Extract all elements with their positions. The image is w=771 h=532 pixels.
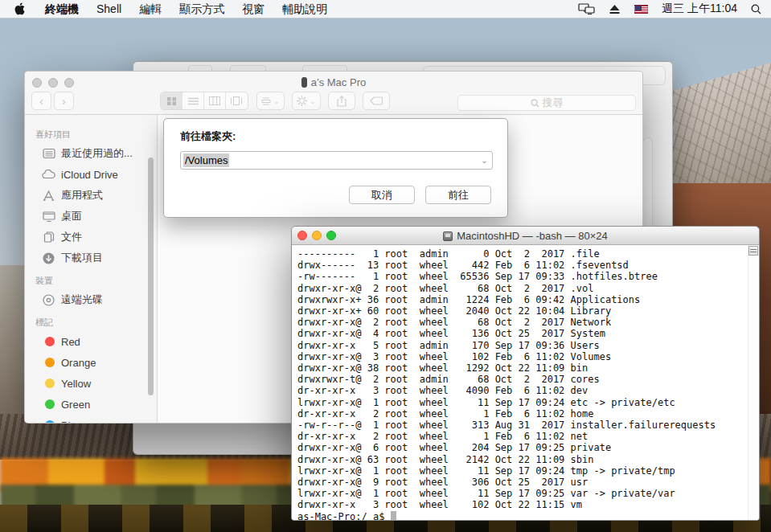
action-gear-button[interactable]: ⌄ (292, 92, 321, 110)
menu-bar: 終端機 Shell 編輯 顯示方式 視窗 輔助說明 週三 上午11:04 (0, 0, 771, 18)
sidebar-header-tags: 標記 (35, 317, 157, 329)
spotlight-search-icon[interactable] (751, 4, 761, 14)
sidebar-item-label: Yellow (61, 378, 91, 390)
cloud-icon (42, 170, 55, 179)
finder-titlebar: a’s Mac Pro ‹ › (25, 72, 642, 115)
menu-bar-clock[interactable]: 週三 上午11:04 (662, 2, 737, 16)
finder-title-text: a’s Mac Pro (311, 76, 366, 88)
path-combobox[interactable]: /Volumes ⌄ (180, 151, 493, 170)
recents-icon (42, 148, 55, 159)
sidebar-item-desktop[interactable]: 桌面 (25, 206, 157, 227)
terminal-document-icon (443, 231, 453, 241)
sidebar-tag-green[interactable]: Green (25, 394, 157, 415)
dialog-label: 前往檔案夾: (180, 129, 236, 144)
applications-icon (42, 190, 55, 201)
finder-toolbar: ‹ › (25, 92, 642, 113)
column-view-button[interactable] (204, 92, 226, 109)
sidebar-item-label: Red (61, 336, 80, 348)
finder-title: a’s Mac Pro (25, 76, 642, 89)
sidebar-item-label: Blue (61, 419, 82, 424)
apple-icon (14, 2, 25, 15)
terminal-window[interactable]: MacintoshHD — -bash — 80×24 ---------- 1… (291, 226, 760, 521)
sidebar-item-recents[interactable]: 最近使用過的... (25, 143, 157, 164)
sidebar-header-devices: 裝置 (35, 275, 157, 287)
sidebar-item-label: 下載項目 (61, 251, 103, 265)
sidebar-item-label: 文件 (61, 230, 82, 244)
terminal-prompt-line: as-Mac-Pro:/ a$ (292, 511, 748, 520)
eject-icon[interactable] (609, 4, 621, 14)
tag-dot-red (45, 337, 55, 346)
go-button[interactable]: 前往 (425, 186, 491, 204)
terminal-prompt: as-Mac-Pro:/ a$ (297, 511, 391, 520)
sidebar-item-label: Orange (61, 357, 96, 369)
terminal-title-text: MacintoshHD — -bash — 80×24 (457, 230, 608, 242)
finder-search-placeholder: 搜尋 (543, 96, 564, 110)
sidebar-item-label: 應用程式 (61, 188, 103, 203)
path-input-value[interactable]: /Volumes (183, 153, 229, 167)
downloads-icon (42, 252, 55, 264)
tag-dot-green (45, 399, 55, 409)
menu-shell[interactable]: Shell (88, 0, 130, 18)
menu-terminal[interactable]: 終端機 (36, 0, 88, 18)
wallpaper-left-ridge (0, 265, 27, 418)
group-button[interactable]: ⌄ (256, 92, 285, 110)
back-button[interactable]: ‹ (31, 92, 51, 110)
mac-pro-icon (301, 77, 307, 88)
chevron-down-icon: ⌄ (273, 97, 280, 105)
view-segmented-control (160, 92, 248, 110)
share-button[interactable] (328, 92, 355, 110)
icon-view-button[interactable] (161, 92, 182, 109)
apple-menu[interactable] (0, 2, 36, 15)
sidebar-item-downloads[interactable]: 下載項目 (25, 248, 157, 268)
tag-dot-blue (45, 420, 55, 423)
sidebar-tag-yellow[interactable]: Yellow (25, 373, 157, 394)
list-view-button[interactable] (182, 92, 204, 109)
tag-dot-orange (45, 358, 55, 367)
cancel-button[interactable]: 取消 (349, 186, 415, 204)
terminal-title: MacintoshHD — -bash — 80×24 (292, 229, 759, 243)
chevron-down-icon: ⌄ (310, 97, 316, 105)
terminal-scrollbar[interactable] (748, 245, 759, 520)
sidebar-item-label: 桌面 (61, 209, 82, 223)
forward-button[interactable]: › (54, 92, 74, 110)
sidebar-header-favorites: 喜好項目 (35, 129, 157, 141)
finder-sidebar: 喜好項目 最近使用過的... iCloud Drive 應用程式 桌面 (25, 115, 158, 423)
disc-icon (42, 294, 55, 306)
sidebar-scrollbar[interactable] (148, 158, 154, 395)
terminal-split-pane-button[interactable] (748, 246, 758, 256)
sidebar-item-label: 遠端光碟 (61, 293, 103, 307)
finder-search-field[interactable]: 搜尋 (457, 95, 636, 111)
menu-view[interactable]: 顯示方式 (170, 0, 233, 18)
desktop: a’s Mac Pro ‹ › (0, 0, 771, 532)
gallery-view-button[interactable] (226, 92, 248, 109)
search-icon (531, 99, 539, 108)
sidebar-item-icloud-drive[interactable]: iCloud Drive (25, 164, 157, 185)
sidebar-item-documents[interactable]: 文件 (25, 227, 157, 248)
terminal-content[interactable]: ---------- 1 root admin 0 Oct 2 2017 .fi… (292, 245, 748, 520)
menu-edit[interactable]: 編輯 (130, 0, 170, 18)
go-to-folder-dialog: 前往檔案夾: /Volumes ⌄ 取消 前往 (163, 118, 508, 218)
sidebar-item-applications[interactable]: 應用程式 (25, 185, 157, 206)
terminal-titlebar: MacintoshHD — -bash — 80×24 (292, 227, 759, 245)
sidebar-item-remote-disc[interactable]: 遠端光碟 (25, 289, 157, 310)
sidebar-item-label: iCloud Drive (61, 169, 118, 181)
terminal-cursor (391, 511, 396, 520)
tag-button[interactable] (363, 92, 390, 110)
menu-window[interactable]: 視窗 (233, 0, 273, 18)
tag-dot-yellow (45, 379, 55, 388)
documents-icon (42, 231, 55, 243)
terminal-listing: ---------- 1 root admin 0 Oct 2 2017 .fi… (292, 245, 748, 511)
sidebar-tag-orange[interactable]: Orange (25, 352, 157, 373)
sidebar-item-label: Green (61, 399, 90, 411)
screen-sharing-icon[interactable] (578, 3, 595, 14)
sidebar-tag-red[interactable]: Red (25, 331, 157, 352)
desktop-icon (42, 211, 55, 222)
menu-help[interactable]: 輔助說明 (273, 0, 336, 18)
combobox-chevron-icon[interactable]: ⌄ (477, 152, 492, 169)
input-source-flag-icon[interactable] (634, 5, 648, 14)
sidebar-item-label: 最近使用過的... (61, 146, 133, 161)
sidebar-tag-blue[interactable]: Blue (25, 415, 157, 423)
